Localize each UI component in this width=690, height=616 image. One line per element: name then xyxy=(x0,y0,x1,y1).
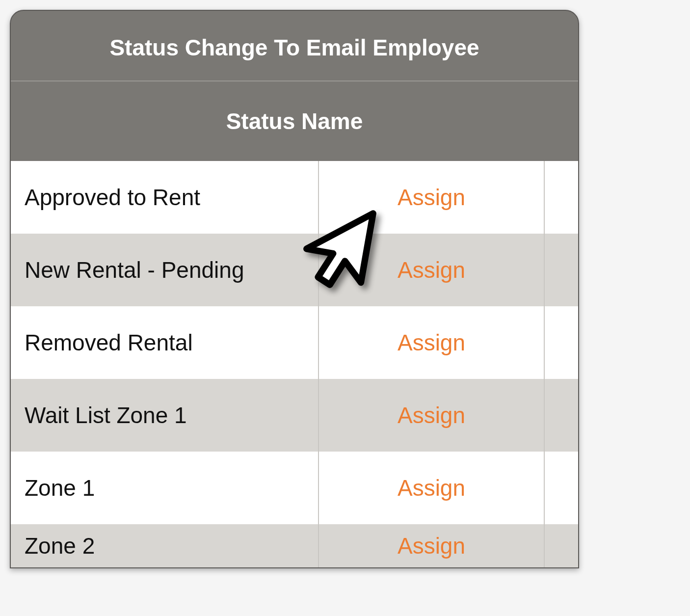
trailing-cell xyxy=(545,379,578,452)
status-name-cell: Removed Rental xyxy=(11,306,319,379)
panel-title: Status Change To Email Employee xyxy=(11,11,578,81)
table-row: Removed Rental Assign xyxy=(11,306,578,379)
status-rows: Approved to Rent Assign New Rental - Pen… xyxy=(11,161,578,567)
table-row: New Rental - Pending Assign xyxy=(11,234,578,306)
table-row: Approved to Rent Assign xyxy=(11,161,578,234)
table-row: Zone 2 Assign xyxy=(11,524,578,567)
trailing-cell xyxy=(545,306,578,379)
trailing-cell xyxy=(545,161,578,234)
assign-cell: Assign xyxy=(319,524,545,567)
trailing-cell xyxy=(545,452,578,524)
assign-link[interactable]: Assign xyxy=(398,402,465,429)
assign-cell: Assign xyxy=(319,452,545,524)
assign-link[interactable]: Assign xyxy=(398,257,465,283)
status-name-cell: Zone 1 xyxy=(11,452,319,524)
table-row: Zone 1 Assign xyxy=(11,452,578,524)
assign-link[interactable]: Assign xyxy=(398,184,465,211)
assign-link[interactable]: Assign xyxy=(398,533,465,559)
trailing-cell xyxy=(545,524,578,567)
assign-cell: Assign xyxy=(319,234,545,306)
status-name-cell: Zone 2 xyxy=(11,524,319,567)
table-row: Wait List Zone 1 Assign xyxy=(11,379,578,452)
column-header-status-name: Status Name xyxy=(11,81,578,161)
assign-link[interactable]: Assign xyxy=(398,329,465,356)
status-change-panel: Status Change To Email Employee Status N… xyxy=(10,10,579,568)
status-name-cell: New Rental - Pending xyxy=(11,234,319,306)
assign-cell: Assign xyxy=(319,379,545,452)
assign-cell: Assign xyxy=(319,161,545,234)
assign-cell: Assign xyxy=(319,306,545,379)
status-name-cell: Approved to Rent xyxy=(11,161,319,234)
status-name-cell: Wait List Zone 1 xyxy=(11,379,319,452)
assign-link[interactable]: Assign xyxy=(398,475,465,501)
trailing-cell xyxy=(545,234,578,306)
